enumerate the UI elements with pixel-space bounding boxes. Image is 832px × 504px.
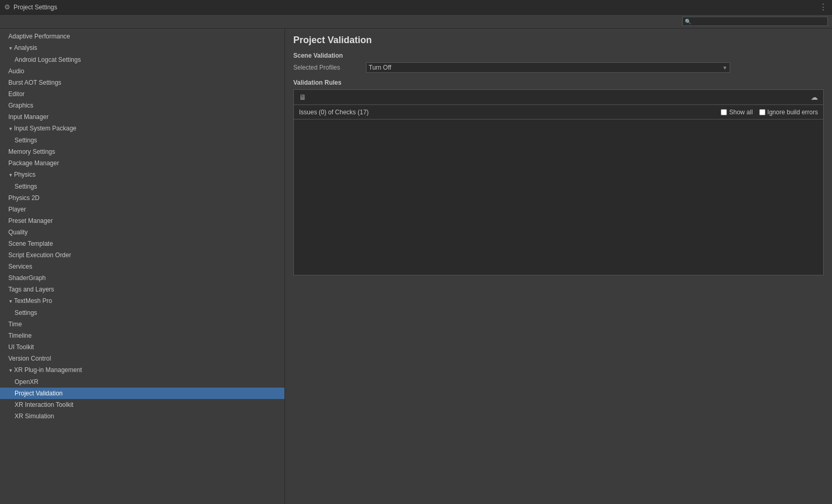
sidebar-item-tags-and-layers[interactable]: Tags and Layers xyxy=(0,284,284,295)
sidebar-item-physics-2d[interactable]: Physics 2D xyxy=(0,192,284,204)
title-bar: ⚙ Project Settings ⋮ xyxy=(0,0,832,15)
desktop-icon[interactable]: 🖥 xyxy=(299,93,306,101)
search-icon: 🔍 xyxy=(685,19,691,24)
rules-icons-row: 🖥 ☁ xyxy=(293,89,824,105)
triangle-icon: ▼ xyxy=(8,124,13,134)
window-title: Project Settings xyxy=(14,4,57,11)
sidebar-item-burst-aot[interactable]: Burst AOT Settings xyxy=(0,77,284,88)
issues-content-area xyxy=(293,120,824,275)
triangle-icon: ▼ xyxy=(8,297,13,306)
selected-profiles-value: Turn Off xyxy=(369,64,391,71)
sidebar-item-physics-settings[interactable]: Settings xyxy=(0,181,284,192)
sidebar-item-services[interactable]: Services xyxy=(0,261,284,272)
sidebar-item-xr-plug-in-management[interactable]: ▼XR Plug-in Management xyxy=(0,364,284,376)
sidebar-item-memory-settings[interactable]: Memory Settings xyxy=(0,146,284,157)
sidebar-item-android-logcat[interactable]: Android Logcat Settings xyxy=(0,54,284,65)
selected-profiles-label: Selected Profiles xyxy=(293,64,366,71)
issues-row: Issues (0) of Checks (17) Show all Ignor… xyxy=(293,105,824,120)
ignore-build-errors-checkbox[interactable] xyxy=(759,109,765,115)
sidebar-item-adaptive-performance[interactable]: Adaptive Performance xyxy=(0,31,284,42)
right-icons-group: ☁ xyxy=(558,93,818,101)
sidebar-item-analysis[interactable]: ▼Analysis xyxy=(0,42,284,54)
sidebar-item-ui-toolkit[interactable]: UI Toolkit xyxy=(0,341,284,353)
sidebar-item-graphics[interactable]: Graphics xyxy=(0,100,284,111)
search-bar: 🔍 xyxy=(682,17,828,26)
show-all-checkbox-group: Show all xyxy=(721,109,752,116)
sidebar-item-xr-interaction-toolkit[interactable]: XR Interaction Toolkit xyxy=(0,399,284,410)
sidebar-item-timeline[interactable]: Timeline xyxy=(0,330,284,341)
show-all-label: Show all xyxy=(729,109,752,116)
sidebar-item-input-system-package[interactable]: ▼Input System Package xyxy=(0,123,284,135)
sidebar-item-preset-manager[interactable]: Preset Manager xyxy=(0,215,284,227)
page-title: Project Validation xyxy=(293,35,824,46)
sidebar: Adaptive Performance▼AnalysisAndroid Log… xyxy=(0,29,285,504)
dropdown-arrow-icon: ▼ xyxy=(722,65,727,71)
sidebar-item-time[interactable]: Time xyxy=(0,319,284,330)
cloud-icon[interactable]: ☁ xyxy=(811,93,818,101)
sidebar-item-physics[interactable]: ▼Physics xyxy=(0,169,284,181)
selected-profiles-row: Selected Profiles Turn Off ▼ xyxy=(293,62,824,73)
sidebar-item-textmesh-settings[interactable]: Settings xyxy=(0,307,284,319)
sidebar-item-quality[interactable]: Quality xyxy=(0,227,284,238)
triangle-icon: ▼ xyxy=(8,170,13,180)
sidebar-item-editor[interactable]: Editor xyxy=(0,88,284,100)
triangle-icon: ▼ xyxy=(8,366,13,375)
sidebar-item-version-control[interactable]: Version Control xyxy=(0,353,284,364)
scene-validation-label: Scene Validation xyxy=(293,52,824,59)
sidebar-item-openxr[interactable]: OpenXR xyxy=(0,376,284,388)
main-layout: Adaptive Performance▼AnalysisAndroid Log… xyxy=(0,29,832,504)
selected-profiles-dropdown[interactable]: Turn Off ▼ xyxy=(366,62,730,73)
triangle-icon: ▼ xyxy=(8,44,13,53)
sidebar-item-shader-graph[interactable]: ShaderGraph xyxy=(0,272,284,284)
sidebar-item-input-system-settings[interactable]: Settings xyxy=(0,135,284,146)
validation-rules-label: Validation Rules xyxy=(293,79,824,86)
sidebar-item-textmesh-pro[interactable]: ▼TextMesh Pro xyxy=(0,295,284,307)
sidebar-item-script-execution-order[interactable]: Script Execution Order xyxy=(0,249,284,261)
gear-icon: ⚙ xyxy=(4,3,10,11)
sidebar-item-player[interactable]: Player xyxy=(0,204,284,215)
sidebar-item-scene-template[interactable]: Scene Template xyxy=(0,238,284,249)
more-options-icon[interactable]: ⋮ xyxy=(819,2,828,12)
left-icons-group: 🖥 xyxy=(299,93,558,101)
sidebar-item-audio[interactable]: Audio xyxy=(0,65,284,77)
sidebar-item-project-validation[interactable]: Project Validation xyxy=(0,388,284,399)
sidebar-item-package-manager[interactable]: Package Manager xyxy=(0,157,284,169)
sidebar-item-xr-simulation[interactable]: XR Simulation xyxy=(0,410,284,422)
content-area: Project Validation Scene Validation Sele… xyxy=(285,29,832,504)
search-bar-wrapper: 🔍 xyxy=(0,15,832,29)
ignore-build-errors-checkbox-group: Ignore build errors xyxy=(759,109,818,116)
ignore-build-errors-label: Ignore build errors xyxy=(768,109,818,116)
sidebar-item-input-manager[interactable]: Input Manager xyxy=(0,111,284,123)
issues-label: Issues (0) of Checks (17) xyxy=(299,109,714,116)
show-all-checkbox[interactable] xyxy=(721,109,727,115)
search-input[interactable] xyxy=(693,18,825,24)
